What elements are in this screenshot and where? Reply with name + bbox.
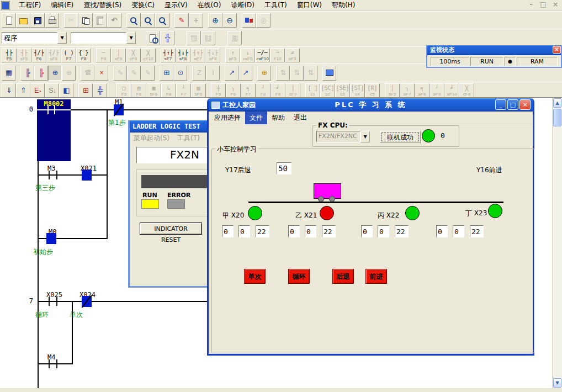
pc-transfer-button[interactable] <box>242 13 256 28</box>
entry-monitor-button[interactable]: ⊙ <box>173 66 187 81</box>
close-icon[interactable]: × <box>553 46 561 54</box>
instruction-key[interactable]: { } F8 <box>76 48 91 62</box>
m0-contact-energized[interactable] <box>46 233 56 244</box>
station-value-input[interactable] <box>453 225 464 237</box>
phone-line-button[interactable]: ☎ <box>81 66 94 81</box>
error-check-button[interactable]: E✓ <box>30 83 45 98</box>
indicator-reset-button[interactable]: INDICATOR RESET <box>140 223 202 235</box>
close-icon[interactable]: × <box>519 99 531 110</box>
sfc-fkey-button[interactable]: ╕ F7 <box>241 83 256 98</box>
connect-button[interactable]: 联机成功 <box>380 131 421 143</box>
sfc-fkey-button[interactable]: ┘ aF9 <box>430 83 444 98</box>
parallel-open-contact-key[interactable]: ┤├ sF5 <box>17 48 31 62</box>
sfc-fkey-button[interactable]: ╛ F9 <box>271 83 285 98</box>
station-limit-input[interactable] <box>395 225 409 237</box>
cart-control-button[interactable]: 后退 <box>332 269 354 284</box>
partial-execute-button[interactable]: ◧ <box>59 83 73 98</box>
chevron-down-icon[interactable]: ▼ <box>126 32 136 44</box>
sfc-fkey-button[interactable]: ╕ aF8 <box>415 83 430 98</box>
menu-item[interactable]: 工具(T) <box>259 0 292 11</box>
cart-control-button[interactable]: 单次 <box>244 269 266 284</box>
data-name-combobox[interactable]: ▼ <box>71 32 136 44</box>
sfc-fkey-button[interactable]: [SE] c3 <box>335 83 350 98</box>
up-key[interactable]: ↑ aF5 <box>225 48 240 62</box>
branch-key[interactable]: ¬ F10 <box>270 48 285 62</box>
read-from-plc-button[interactable]: ⇑ <box>16 83 30 98</box>
v-line-key[interactable]: │ sF9 <box>111 48 126 62</box>
minimize-icon[interactable]: – <box>527 1 536 8</box>
device-memory-button[interactable]: ▥ <box>201 31 215 45</box>
monitor-user-button[interactable]: ⊕ <box>257 66 271 81</box>
x024-closed-contact-energized[interactable] <box>82 296 92 307</box>
remove-device-button[interactable]: × <box>94 66 108 81</box>
plc-window-titlebar[interactable]: 工控人家园 PLC 学 习 系 统 _ □ × <box>209 98 533 112</box>
edit-a-button[interactable]: ✎ <box>113 66 127 81</box>
device-test-button[interactable]: ⊞ <box>78 83 93 98</box>
open-file-button[interactable] <box>16 13 30 28</box>
undo-button[interactable] <box>107 13 121 28</box>
template-button[interactable]: ▥ <box>227 31 242 45</box>
invert-key[interactable]: ─/─ caF10 <box>255 48 270 62</box>
sfc-fkey-button[interactable]: │ aF5 <box>385 83 400 98</box>
test-window-titlebar[interactable]: LADDER LOGIC TEST <box>130 120 210 133</box>
speed-input[interactable] <box>277 162 291 174</box>
station-value-input[interactable] <box>222 225 234 237</box>
down-key[interactable]: ↓ caF5 <box>240 48 255 62</box>
scroll-up-icon[interactable]: ▲ <box>553 98 561 108</box>
dialog-menu-item[interactable]: 退出 <box>289 112 311 124</box>
menu-item[interactable]: 变换(C) <box>126 0 160 11</box>
compare-key[interactable]: ≠ aF9 <box>285 48 300 62</box>
sfc-fkey-button[interactable]: ┴ F7 <box>176 83 191 98</box>
sfc-fkey-button[interactable]: ┼ F5 <box>211 83 226 98</box>
project-tree2-button[interactable]: ╠ <box>34 66 48 81</box>
edit-b-button[interactable]: ✎ <box>127 66 141 81</box>
menu-item[interactable]: 显示(V) <box>160 0 193 11</box>
window-split-button[interactable]: ⊞ <box>160 66 173 81</box>
write-mode-button[interactable] <box>174 13 189 28</box>
parallel-rising-key[interactable]: ┤↑├ aF7 <box>190 48 205 62</box>
ladder-monitor-button[interactable] <box>322 66 336 81</box>
ladder-list-button[interactable]: ▦ <box>2 66 15 81</box>
sort-b-button[interactable]: ⇅ <box>290 66 304 81</box>
dialog-menu-item[interactable]: 应用选择 <box>210 112 245 124</box>
station-limit-input[interactable] <box>256 225 269 237</box>
minimize-icon[interactable]: _ <box>495 99 506 110</box>
menu-item[interactable]: 诊断(D) <box>226 0 259 11</box>
sfc-fkey-button[interactable]: [ ] c1 <box>305 83 320 98</box>
station-value-input[interactable] <box>378 225 389 237</box>
delete-v-line-key[interactable]: ╳ cF10 <box>141 48 156 62</box>
save-button[interactable] <box>30 13 45 28</box>
cart-control-button[interactable]: 前进 <box>365 269 387 284</box>
station-value-input[interactable] <box>305 225 316 237</box>
zoom-out-button[interactable] <box>222 13 237 28</box>
scrollbar-thumb[interactable] <box>553 109 561 126</box>
parameter-check-button[interactable] <box>146 31 160 45</box>
monitor-titlebar[interactable]: 监视状态 × <box>427 45 561 55</box>
project-tree-button[interactable]: ╠ <box>20 66 34 81</box>
station-value-input[interactable] <box>436 225 448 237</box>
monitor-mode-button[interactable] <box>189 13 203 28</box>
find-instruction-button[interactable] <box>141 13 155 28</box>
write-to-plc-button[interactable]: ⇓ <box>2 83 16 98</box>
menu-item[interactable]: 帮助(H) <box>327 0 360 11</box>
dialog-menu-item[interactable]: 文件 <box>245 112 267 124</box>
sfc-fkey-button[interactable]: □ F5 <box>116 83 131 98</box>
find-monitor2-button[interactable]: ⊕ <box>62 66 76 81</box>
menu-item[interactable]: 工程(F) <box>14 0 46 11</box>
menu-item[interactable]: 窗口(W) <box>292 0 327 11</box>
station-value-input[interactable] <box>361 225 373 237</box>
menu-item[interactable]: 查找/替换(S) <box>78 0 126 11</box>
sfc-fkey-button[interactable]: ╳ cF9 <box>459 83 474 98</box>
new-file-button[interactable] <box>2 13 16 28</box>
sfc-fkey-button[interactable]: ┐ F6 <box>226 83 241 98</box>
find-device-button[interactable] <box>126 13 141 28</box>
sfc-fkey-button[interactable]: ▤ F6 <box>131 83 146 98</box>
sort-a-button[interactable]: ⇅ <box>276 66 290 81</box>
cpu-model-combobox[interactable]: FX2N/FX2NC ▼ <box>316 131 370 142</box>
sfc-fkey-button[interactable]: [SC] c2 <box>320 83 335 98</box>
step-execute-button[interactable]: S↓ <box>45 83 59 98</box>
sfc-fkey-button[interactable]: ↳ F8 <box>161 83 176 98</box>
station-limit-input[interactable] <box>470 225 484 237</box>
parallel-falling-key[interactable]: ┤↓├ aF8 <box>205 48 220 62</box>
station-value-input[interactable] <box>238 225 250 237</box>
